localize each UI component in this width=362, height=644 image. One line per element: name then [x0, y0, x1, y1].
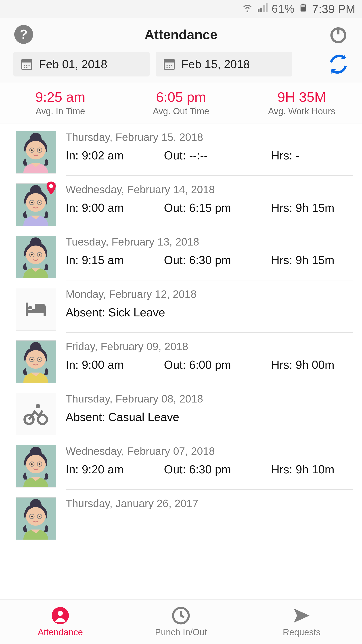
row-out: Out: --:-- [164, 149, 271, 162]
calendar-icon [20, 58, 33, 71]
tab-label: Attendance [38, 627, 83, 637]
avatar [16, 497, 56, 540]
attendance-row[interactable]: Wednesday, February 07, 2018 In: 9:20 am… [0, 438, 362, 490]
row-date: Thursday, February 08, 2018 [66, 393, 353, 405]
wifi-icon [242, 2, 253, 16]
battery-text: 61% [272, 2, 295, 16]
attendance-row[interactable]: Tuesday, February 13, 2018 In: 9:15 am O… [0, 228, 362, 280]
power-icon [328, 24, 349, 45]
tab-attendance[interactable]: Attendance [0, 600, 121, 644]
svg-point-14 [167, 65, 168, 66]
stat-avg-out: 6:05 pm Avg. Out Time [121, 83, 241, 123]
page-title: Attendance [34, 27, 328, 42]
svg-rect-0 [302, 5, 306, 8]
svg-rect-6 [22, 60, 32, 62]
send-icon [292, 606, 311, 625]
stat-value: 9H 35M [244, 89, 360, 105]
app-header: ? Attendance Feb 01, 2018 Feb 15, 2018 [0, 18, 362, 83]
svg-point-31 [31, 202, 33, 203]
svg-point-46 [31, 359, 33, 360]
svg-point-56 [31, 463, 33, 465]
attendance-row[interactable]: Thursday, February 15, 2018 In: 9:02 am … [0, 124, 362, 176]
svg-point-18 [169, 67, 170, 68]
stat-label: Avg. Out Time [123, 106, 239, 116]
row-in: In: 9:00 am [66, 358, 164, 372]
tab-punch[interactable]: Punch In/Out [121, 600, 241, 644]
svg-rect-13 [164, 60, 175, 62]
bike-icon [16, 393, 56, 435]
row-out: Out: 6:00 pm [164, 358, 271, 372]
svg-text:?: ? [20, 27, 27, 41]
row-hrs: Hrs: 9h 15m [271, 201, 334, 214]
svg-point-50 [36, 404, 40, 408]
row-date: Thursday, January 26, 2017 [66, 497, 353, 510]
svg-point-40 [39, 254, 40, 256]
row-in: In: 9:15 am [66, 253, 164, 267]
attendance-row[interactable]: Monday, February 12, 2018 Absent: Sick L… [0, 280, 362, 333]
date-from-picker[interactable]: Feb 01, 2018 [13, 52, 150, 76]
row-hrs: Hrs: - [271, 149, 300, 162]
tab-requests[interactable]: Requests [241, 600, 362, 644]
svg-point-16 [171, 65, 172, 66]
svg-point-39 [31, 254, 33, 256]
avatar [16, 131, 56, 174]
attendance-row[interactable]: Thursday, January 26, 2017 [0, 490, 362, 542]
row-in: In: 9:20 am [66, 463, 164, 476]
date-to-label: Feb 15, 2018 [181, 58, 250, 71]
clock-text: 7:39 PM [312, 2, 355, 16]
attendance-row[interactable]: Friday, February 09, 2018 In: 9:00 am Ou… [0, 333, 362, 385]
stat-avg-in: 9:25 am Avg. In Time [0, 83, 121, 123]
row-date: Wednesday, February 07, 2018 [66, 445, 353, 457]
svg-point-33 [49, 184, 53, 188]
svg-point-66 [58, 611, 63, 616]
android-status-bar: 61% 7:39 PM [0, 0, 362, 18]
row-in: In: 9:02 am [66, 149, 164, 162]
row-hrs: Hrs: 9h 10m [271, 463, 334, 476]
row-absent: Absent: Casual Leave [66, 410, 353, 424]
stat-avg-hours: 9H 35M Avg. Work Hours [241, 83, 362, 123]
avatar [16, 340, 56, 383]
date-range-row: Feb 01, 2018 Feb 15, 2018 [0, 49, 362, 83]
row-out: Out: 6:30 pm [164, 253, 271, 267]
avatar [16, 445, 56, 488]
calendar-icon [163, 58, 176, 71]
logout-button[interactable] [328, 24, 349, 45]
svg-point-10 [24, 67, 25, 68]
row-out: Out: 6:30 pm [164, 463, 271, 476]
stat-label: Avg. In Time [2, 106, 118, 116]
person-icon [51, 606, 70, 625]
stats-row: 9:25 am Avg. In Time 6:05 pm Avg. Out Ti… [0, 83, 362, 124]
stat-value: 6:05 pm [123, 89, 239, 105]
battery-icon [299, 1, 308, 16]
attendance-list[interactable]: Thursday, February 15, 2018 In: 9:02 am … [0, 124, 362, 643]
stat-value: 9:25 am [2, 89, 118, 105]
svg-point-57 [39, 463, 40, 465]
avatar [16, 236, 56, 278]
svg-point-11 [26, 67, 27, 68]
attendance-row[interactable]: Wednesday, February 14, 2018 In: 9:00 am… [0, 176, 362, 228]
stat-label: Avg. Work Hours [244, 106, 360, 116]
date-to-picker[interactable]: Feb 15, 2018 [156, 52, 292, 76]
svg-point-64 [39, 516, 40, 517]
svg-point-15 [169, 65, 170, 66]
row-date: Thursday, February 15, 2018 [66, 131, 353, 143]
svg-point-17 [167, 67, 168, 68]
svg-point-9 [28, 65, 30, 66]
row-date: Monday, February 12, 2018 [66, 288, 353, 300]
svg-point-24 [31, 149, 33, 151]
row-hrs: Hrs: 9h 15m [271, 253, 334, 267]
tab-label: Requests [283, 627, 321, 637]
svg-point-8 [26, 65, 27, 66]
svg-point-32 [39, 202, 40, 203]
attendance-row[interactable]: Thursday, February 08, 2018 Absent: Casu… [0, 385, 362, 438]
svg-point-7 [24, 65, 25, 66]
tab-label: Punch In/Out [155, 627, 207, 637]
svg-point-25 [39, 149, 40, 151]
refresh-button[interactable] [328, 54, 349, 74]
row-date: Tuesday, February 13, 2018 [66, 236, 353, 248]
bottom-tabs: Attendance Punch In/Out Requests [0, 599, 362, 644]
help-button[interactable]: ? [13, 24, 34, 45]
row-date: Wednesday, February 14, 2018 [66, 183, 353, 196]
clock-icon [172, 606, 190, 625]
row-in: In: 9:00 am [66, 201, 164, 214]
